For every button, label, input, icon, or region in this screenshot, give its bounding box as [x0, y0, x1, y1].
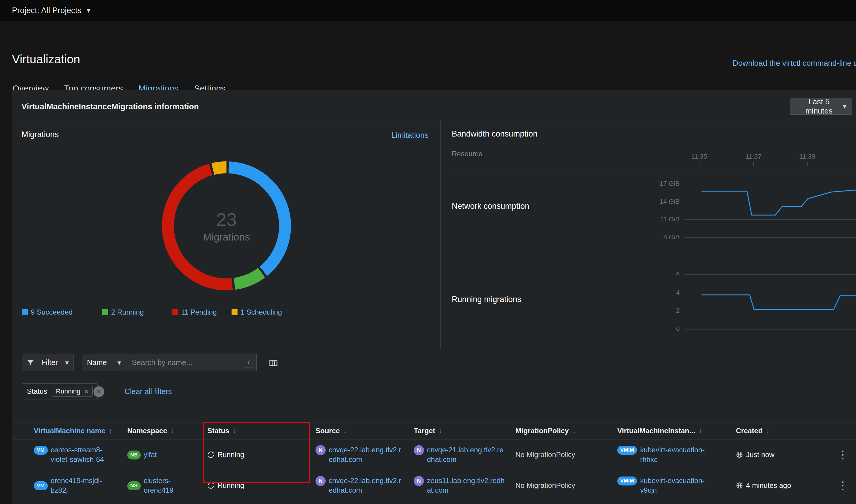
legend-item-running[interactable]: 2 Running [102, 308, 144, 317]
x-axis-tick: 11:37 [742, 153, 765, 160]
divider [441, 169, 856, 169]
vmim-link[interactable]: kubevirt-evacuation-v9cjn [640, 476, 712, 495]
cell-vm-name: VM orenc419-msjdl-bz82j [34, 476, 127, 495]
kebab-icon: ⋮ [837, 479, 848, 491]
col-header-migrationpolicy[interactable]: MigrationPolicy ↕ [515, 427, 617, 435]
legend-label: 1 Scheduling [240, 308, 282, 317]
sort-icon: ↕ [233, 427, 236, 434]
donut-total-label: Migrations [203, 231, 250, 243]
running-migrations-chart [684, 266, 856, 338]
migrations-donut-ring: 23 Migrations [162, 161, 291, 290]
sort-icon: ↕ [699, 427, 702, 434]
kebab-menu-button[interactable]: ⋮ [835, 449, 851, 460]
y-axis-tick: 17 GiB [635, 180, 680, 187]
limitations-link[interactable]: Limitations [391, 130, 428, 140]
source-node-link[interactable]: cnvqe-22.lab.eng.tlv2.redhat.com [329, 445, 405, 464]
col-header-namespace[interactable]: Namespace ↕ [127, 427, 207, 435]
col-header-status[interactable]: Status ↕ [207, 427, 316, 435]
kebab-menu-button[interactable]: ⋮ [835, 480, 851, 491]
namespace-link[interactable]: clusters-orenc419 [144, 476, 198, 495]
page-title: Virtualization [12, 53, 80, 66]
clear-chip-group-button[interactable]: ✕ [93, 386, 104, 397]
chevron-down-icon: ▾ [65, 359, 69, 366]
y-axis-tick: 0 [635, 325, 680, 333]
project-selector[interactable]: Project: All Projects ▾ [12, 0, 91, 21]
target-node-link[interactable]: zeus11.lab.eng.tlv2.redhat.com [427, 476, 506, 495]
vmim-badge: VMIM [617, 476, 637, 485]
node-badge: N [316, 476, 326, 486]
migrationpolicy-value: No MigrationPolicy [515, 481, 575, 490]
node-badge: N [414, 445, 424, 455]
filter-icon [27, 359, 34, 366]
namespace-link[interactable]: yifat [144, 450, 157, 460]
target-node-link[interactable]: cnvqe-21.lab.eng.tlv2.redhat.com [427, 445, 506, 464]
legend-item-pending[interactable]: 11 Pending [172, 308, 217, 317]
columns-icon [269, 358, 278, 368]
col-header-target[interactable]: Target ↕ [414, 427, 515, 435]
cell-target: N cnvqe-21.lab.eng.tlv2.redhat.com [414, 441, 515, 468]
search-input[interactable] [126, 354, 257, 371]
col-header-virtualmachine-name[interactable]: VirtualMachine name ↑ [34, 427, 127, 435]
cell-status: Running [207, 481, 316, 490]
created-value: Just now [746, 451, 774, 459]
sync-icon [207, 482, 215, 489]
attribute-button-label: Name [87, 358, 107, 367]
network-consumption-line [701, 190, 856, 215]
globe-icon [736, 451, 743, 458]
virtualization-console: Project: All Projects ▾ Virtualization D… [0, 0, 856, 504]
filter-dropdown-button[interactable]: Filter ▾ [22, 354, 74, 371]
donut-center: 23 Migrations [174, 173, 279, 278]
sort-ascending-icon: ↑ [109, 427, 113, 435]
cell-vmim: VMIM kubevirt-evacuation-v9cjn [617, 472, 736, 499]
download-virtctl-link[interactable]: Download the virtctl command-line utili [733, 58, 856, 68]
attribute-dropdown-button[interactable]: Name ▾ [82, 354, 126, 371]
column-label: VirtualMachine name [34, 427, 105, 435]
project-selector-label: Project: All Projects [12, 6, 82, 15]
cell-migrationpolicy: No MigrationPolicy [515, 450, 617, 460]
legend-label: 2 Running [111, 308, 144, 317]
cell-status: Running [207, 451, 316, 459]
running-migrations-label: Running migrations [452, 295, 521, 304]
chevron-down-icon: ▾ [87, 7, 91, 14]
cell-vmim: VMIM kubevirt-evacuation-rhhxc [617, 441, 736, 468]
vmim-link[interactable]: kubevirt-evacuation-rhhxc [640, 445, 712, 464]
cell-target: N zeus11.lab.eng.tlv2.redhat.com [414, 472, 515, 499]
source-node-link[interactable]: cnvqe-22.lab.eng.tlv2.redhat.com [329, 476, 405, 495]
col-header-source[interactable]: Source ↕ [316, 427, 414, 435]
y-axis-tick: 8 GiB [635, 233, 680, 241]
legend-item-succeeded[interactable]: 9 Succeeded [22, 308, 73, 317]
table-row: VM centos-stream8-violet-sawfish-64 NS y… [12, 439, 856, 470]
table-header: VirtualMachine name ↑ Namespace ↕ Status… [12, 422, 856, 439]
vm-badge: VM [34, 446, 48, 455]
y-axis-tick: 11 GiB [635, 215, 680, 223]
migrations-table: VirtualMachine name ↑ Namespace ↕ Status… [12, 422, 856, 501]
column-label: Created [736, 427, 763, 435]
resource-column-header: Resource [452, 150, 483, 158]
y-axis-tick: 2 [635, 307, 680, 314]
column-label: Status [207, 427, 229, 435]
sort-icon: ↕ [766, 427, 769, 434]
migrations-info-card: VirtualMachineInstanceMigrations informa… [12, 90, 856, 504]
manage-columns-button[interactable] [267, 356, 280, 370]
chip-category-label: Status [27, 387, 47, 396]
cell-created: 4 minutes ago [736, 481, 835, 490]
card-title: VirtualMachineInstanceMigrations informa… [21, 102, 199, 111]
legend-item-scheduling[interactable]: 1 Scheduling [232, 308, 282, 317]
kebab-icon: ⋮ [837, 448, 848, 461]
remove-chip-button[interactable]: ✕ [84, 389, 89, 394]
node-badge: N [316, 445, 326, 455]
cell-source: N cnvqe-22.lab.eng.tlv2.redhat.com [316, 472, 414, 499]
vm-badge: VM [34, 481, 48, 490]
cell-source: N cnvqe-22.lab.eng.tlv2.redhat.com [316, 441, 414, 468]
x-axis-tickmark [753, 162, 754, 166]
col-header-vmim[interactable]: VirtualMachineInstan... ↕ [617, 427, 736, 435]
vm-name-link[interactable]: centos-stream8-violet-sawfish-64 [51, 445, 119, 464]
vm-name-link[interactable]: orenc419-msjdl-bz82j [51, 476, 119, 495]
col-header-created[interactable]: Created ↕ [736, 427, 835, 435]
time-range-select[interactable]: Last 5 minutes ▾ [790, 98, 852, 115]
divider [441, 253, 856, 253]
clear-all-filters-link[interactable]: Clear all filters [125, 387, 172, 396]
sync-icon [207, 451, 215, 458]
column-label: Target [414, 427, 435, 435]
chevron-down-icon: ▾ [118, 359, 121, 366]
